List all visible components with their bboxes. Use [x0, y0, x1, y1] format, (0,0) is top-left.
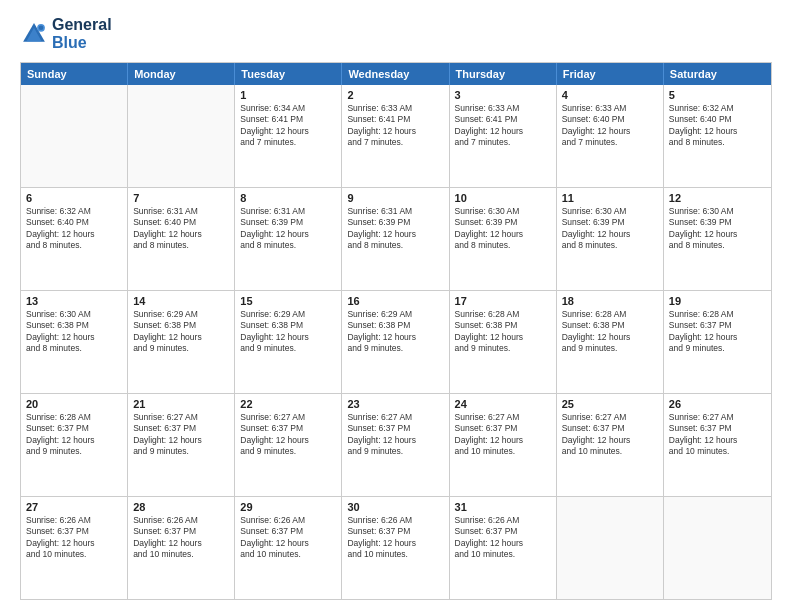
cal-cell: 18Sunrise: 6:28 AM Sunset: 6:38 PM Dayli… [557, 291, 664, 393]
cal-cell: 20Sunrise: 6:28 AM Sunset: 6:37 PM Dayli… [21, 394, 128, 496]
day-number: 18 [562, 295, 658, 307]
cal-cell: 4Sunrise: 6:33 AM Sunset: 6:40 PM Daylig… [557, 85, 664, 187]
cell-info: Sunrise: 6:27 AM Sunset: 6:37 PM Dayligh… [455, 412, 551, 458]
page: General Blue SundayMondayTuesdayWednesda… [0, 0, 792, 612]
day-number: 7 [133, 192, 229, 204]
cell-info: Sunrise: 6:33 AM Sunset: 6:41 PM Dayligh… [347, 103, 443, 149]
cell-info: Sunrise: 6:30 AM Sunset: 6:39 PM Dayligh… [455, 206, 551, 252]
day-number: 30 [347, 501, 443, 513]
cal-cell: 3Sunrise: 6:33 AM Sunset: 6:41 PM Daylig… [450, 85, 557, 187]
day-number: 1 [240, 89, 336, 101]
cal-cell: 11Sunrise: 6:30 AM Sunset: 6:39 PM Dayli… [557, 188, 664, 290]
day-number: 22 [240, 398, 336, 410]
cell-info: Sunrise: 6:26 AM Sunset: 6:37 PM Dayligh… [133, 515, 229, 561]
cell-info: Sunrise: 6:26 AM Sunset: 6:37 PM Dayligh… [26, 515, 122, 561]
header-day-tuesday: Tuesday [235, 63, 342, 85]
day-number: 27 [26, 501, 122, 513]
cal-cell [557, 497, 664, 599]
cal-cell: 9Sunrise: 6:31 AM Sunset: 6:39 PM Daylig… [342, 188, 449, 290]
cell-info: Sunrise: 6:33 AM Sunset: 6:40 PM Dayligh… [562, 103, 658, 149]
cell-info: Sunrise: 6:34 AM Sunset: 6:41 PM Dayligh… [240, 103, 336, 149]
day-number: 2 [347, 89, 443, 101]
cal-cell: 28Sunrise: 6:26 AM Sunset: 6:37 PM Dayli… [128, 497, 235, 599]
cell-info: Sunrise: 6:27 AM Sunset: 6:37 PM Dayligh… [347, 412, 443, 458]
day-number: 19 [669, 295, 766, 307]
cal-cell: 29Sunrise: 6:26 AM Sunset: 6:37 PM Dayli… [235, 497, 342, 599]
header-day-saturday: Saturday [664, 63, 771, 85]
day-number: 6 [26, 192, 122, 204]
week-row-2: 6Sunrise: 6:32 AM Sunset: 6:40 PM Daylig… [21, 187, 771, 290]
cell-info: Sunrise: 6:28 AM Sunset: 6:37 PM Dayligh… [669, 309, 766, 355]
header: General Blue [20, 16, 772, 52]
cell-info: Sunrise: 6:31 AM Sunset: 6:40 PM Dayligh… [133, 206, 229, 252]
cell-info: Sunrise: 6:30 AM Sunset: 6:39 PM Dayligh… [562, 206, 658, 252]
cal-cell [128, 85, 235, 187]
day-number: 12 [669, 192, 766, 204]
cal-cell: 14Sunrise: 6:29 AM Sunset: 6:38 PM Dayli… [128, 291, 235, 393]
cell-info: Sunrise: 6:29 AM Sunset: 6:38 PM Dayligh… [347, 309, 443, 355]
cell-info: Sunrise: 6:26 AM Sunset: 6:37 PM Dayligh… [455, 515, 551, 561]
cell-info: Sunrise: 6:29 AM Sunset: 6:38 PM Dayligh… [240, 309, 336, 355]
svg-point-3 [39, 25, 44, 30]
cal-cell: 23Sunrise: 6:27 AM Sunset: 6:37 PM Dayli… [342, 394, 449, 496]
header-day-monday: Monday [128, 63, 235, 85]
day-number: 28 [133, 501, 229, 513]
day-number: 21 [133, 398, 229, 410]
calendar-body: 1Sunrise: 6:34 AM Sunset: 6:41 PM Daylig… [21, 85, 771, 599]
cell-info: Sunrise: 6:26 AM Sunset: 6:37 PM Dayligh… [347, 515, 443, 561]
cell-info: Sunrise: 6:31 AM Sunset: 6:39 PM Dayligh… [240, 206, 336, 252]
day-number: 15 [240, 295, 336, 307]
cell-info: Sunrise: 6:28 AM Sunset: 6:38 PM Dayligh… [455, 309, 551, 355]
week-row-3: 13Sunrise: 6:30 AM Sunset: 6:38 PM Dayli… [21, 290, 771, 393]
day-number: 3 [455, 89, 551, 101]
week-row-1: 1Sunrise: 6:34 AM Sunset: 6:41 PM Daylig… [21, 85, 771, 187]
cal-cell: 26Sunrise: 6:27 AM Sunset: 6:37 PM Dayli… [664, 394, 771, 496]
day-number: 29 [240, 501, 336, 513]
cell-info: Sunrise: 6:32 AM Sunset: 6:40 PM Dayligh… [669, 103, 766, 149]
cell-info: Sunrise: 6:28 AM Sunset: 6:38 PM Dayligh… [562, 309, 658, 355]
cal-cell: 31Sunrise: 6:26 AM Sunset: 6:37 PM Dayli… [450, 497, 557, 599]
day-number: 20 [26, 398, 122, 410]
calendar: SundayMondayTuesdayWednesdayThursdayFrid… [20, 62, 772, 600]
day-number: 13 [26, 295, 122, 307]
week-row-5: 27Sunrise: 6:26 AM Sunset: 6:37 PM Dayli… [21, 496, 771, 599]
day-number: 24 [455, 398, 551, 410]
cell-info: Sunrise: 6:28 AM Sunset: 6:37 PM Dayligh… [26, 412, 122, 458]
cal-cell: 24Sunrise: 6:27 AM Sunset: 6:37 PM Dayli… [450, 394, 557, 496]
cal-cell: 30Sunrise: 6:26 AM Sunset: 6:37 PM Dayli… [342, 497, 449, 599]
header-day-friday: Friday [557, 63, 664, 85]
cell-info: Sunrise: 6:33 AM Sunset: 6:41 PM Dayligh… [455, 103, 551, 149]
cal-cell: 1Sunrise: 6:34 AM Sunset: 6:41 PM Daylig… [235, 85, 342, 187]
cal-cell: 17Sunrise: 6:28 AM Sunset: 6:38 PM Dayli… [450, 291, 557, 393]
day-number: 9 [347, 192, 443, 204]
day-number: 23 [347, 398, 443, 410]
cell-info: Sunrise: 6:27 AM Sunset: 6:37 PM Dayligh… [562, 412, 658, 458]
day-number: 8 [240, 192, 336, 204]
cal-cell: 13Sunrise: 6:30 AM Sunset: 6:38 PM Dayli… [21, 291, 128, 393]
day-number: 10 [455, 192, 551, 204]
header-day-thursday: Thursday [450, 63, 557, 85]
week-row-4: 20Sunrise: 6:28 AM Sunset: 6:37 PM Dayli… [21, 393, 771, 496]
cell-info: Sunrise: 6:26 AM Sunset: 6:37 PM Dayligh… [240, 515, 336, 561]
day-number: 11 [562, 192, 658, 204]
cell-info: Sunrise: 6:31 AM Sunset: 6:39 PM Dayligh… [347, 206, 443, 252]
cal-cell [21, 85, 128, 187]
day-number: 31 [455, 501, 551, 513]
cal-cell: 8Sunrise: 6:31 AM Sunset: 6:39 PM Daylig… [235, 188, 342, 290]
header-day-wednesday: Wednesday [342, 63, 449, 85]
cell-info: Sunrise: 6:30 AM Sunset: 6:39 PM Dayligh… [669, 206, 766, 252]
cell-info: Sunrise: 6:32 AM Sunset: 6:40 PM Dayligh… [26, 206, 122, 252]
logo-icon [20, 20, 48, 48]
cell-info: Sunrise: 6:29 AM Sunset: 6:38 PM Dayligh… [133, 309, 229, 355]
logo-text: General Blue [52, 16, 112, 52]
cal-cell: 12Sunrise: 6:30 AM Sunset: 6:39 PM Dayli… [664, 188, 771, 290]
cal-cell: 21Sunrise: 6:27 AM Sunset: 6:37 PM Dayli… [128, 394, 235, 496]
day-number: 4 [562, 89, 658, 101]
day-number: 5 [669, 89, 766, 101]
day-number: 14 [133, 295, 229, 307]
cal-cell: 16Sunrise: 6:29 AM Sunset: 6:38 PM Dayli… [342, 291, 449, 393]
cell-info: Sunrise: 6:27 AM Sunset: 6:37 PM Dayligh… [240, 412, 336, 458]
cal-cell: 5Sunrise: 6:32 AM Sunset: 6:40 PM Daylig… [664, 85, 771, 187]
day-number: 17 [455, 295, 551, 307]
calendar-header: SundayMondayTuesdayWednesdayThursdayFrid… [21, 63, 771, 85]
